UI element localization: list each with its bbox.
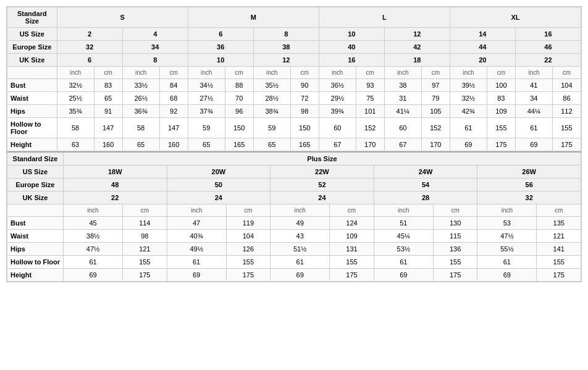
unit-cm-8: cm [552, 67, 581, 79]
waist-24w-cm: 115 [433, 230, 477, 243]
us-size-2: 2 [57, 28, 122, 41]
unit-plus-cm-4: cm [433, 204, 477, 217]
height-l1-inch: 67 [319, 138, 356, 151]
bust-label-standard: Bust [7, 79, 57, 92]
hips-m2-inch: 38¾ [253, 105, 290, 118]
eu-size-52: 52 [271, 179, 374, 191]
eu-size-44: 44 [450, 41, 515, 54]
hips-22w-cm: 131 [330, 243, 374, 256]
hollow-22w-inch: 61 [271, 256, 330, 269]
uk-size-32p: 32 [477, 191, 581, 204]
height-m1-inch: 65 [188, 138, 225, 151]
bust-xl2-inch: 41 [515, 79, 552, 92]
hollow-22w-cm: 155 [330, 256, 374, 269]
waist-26w-cm: 121 [537, 230, 581, 243]
waist-m2-inch: 28½ [253, 92, 290, 105]
bust-22w-cm: 124 [330, 217, 374, 230]
hips-l2-inch: 41¼ [384, 105, 421, 118]
unit-inch-3: inch [188, 67, 225, 79]
height-s1-inch: 63 [57, 138, 94, 151]
height-xl1-cm: 175 [487, 138, 515, 151]
hollow-l2-inch: 60 [384, 118, 421, 138]
bust-row-standard: Bust 32½ 83 33½ 84 34½ 88 35½ 90 36½ 93 … [7, 79, 581, 92]
bust-18w-cm: 114 [123, 217, 167, 230]
hips-xl2-cm: 112 [552, 105, 581, 118]
bust-l2-inch: 38 [384, 79, 421, 92]
uk-size-20: 20 [450, 54, 515, 67]
uk-size-row: UK Size 6 8 10 12 16 18 20 22 [7, 54, 581, 67]
hollow-l1-cm: 152 [356, 118, 384, 138]
eu-size-54: 54 [374, 179, 477, 191]
size-s-header: S [57, 7, 188, 28]
standard-size-header-row: StandardSize S M L XL [7, 7, 581, 28]
height-s2-cm: 160 [159, 138, 188, 151]
unit-inch-4: inch [253, 67, 290, 79]
bust-26w-cm: 135 [537, 217, 581, 230]
waist-row-plus: Waist 38½ 98 40¾ 104 43 109 45¼ 115 47½ … [7, 230, 581, 243]
hollow-m2-inch: 59 [253, 118, 290, 138]
bust-l1-inch: 36½ [319, 79, 356, 92]
height-22w-cm: 175 [330, 269, 374, 282]
size-l-header: L [319, 7, 450, 28]
europe-size-label-plus: Europe Size [7, 179, 64, 191]
hips-18w-inch: 47½ [63, 243, 122, 256]
hips-xl1-cm: 109 [487, 105, 515, 118]
hips-20w-cm: 126 [226, 243, 270, 256]
waist-m1-cm: 70 [225, 92, 253, 105]
unit-inch-5: inch [319, 67, 356, 79]
waist-m2-cm: 72 [290, 92, 319, 105]
bust-m1-inch: 34½ [188, 79, 225, 92]
eu-size-50: 50 [167, 179, 271, 191]
standard-size-label: StandardSize [7, 7, 57, 28]
bust-s1-cm: 83 [94, 79, 122, 92]
hollow-26w-inch: 61 [477, 256, 537, 269]
standard-size-label-2: Standard Size [7, 152, 64, 166]
us-size-12: 12 [384, 28, 450, 41]
eu-size-38: 38 [253, 41, 319, 54]
hollow-xl1-cm: 155 [487, 118, 515, 138]
height-label-plus: Height [7, 269, 64, 282]
hollow-xl2-cm: 155 [552, 118, 581, 138]
bust-24w-inch: 51 [374, 217, 433, 230]
hips-m2-cm: 98 [290, 105, 319, 118]
hips-24w-cm: 136 [433, 243, 477, 256]
eu-size-36: 36 [188, 41, 253, 54]
unit-plus-cm-5: cm [537, 204, 581, 217]
size-m-header: M [188, 7, 319, 28]
bust-m1-cm: 88 [225, 79, 253, 92]
uk-size-10: 10 [188, 54, 253, 67]
hips-xl2-inch: 44¼ [515, 105, 552, 118]
hollow-l2-cm: 152 [421, 118, 450, 138]
uk-size-label-plus: UK Size [7, 191, 64, 204]
us-size-6: 6 [188, 28, 253, 41]
us-size-10: 10 [319, 28, 384, 41]
hollow-row-standard: Hollow toFloor 58 147 58 147 59 150 59 1… [7, 118, 581, 138]
waist-22w-cm: 109 [330, 230, 374, 243]
height-l1-cm: 170 [356, 138, 384, 151]
unit-cm-2: cm [159, 67, 188, 79]
bust-m2-inch: 35½ [253, 79, 290, 92]
hips-label-plus: Hips [7, 243, 64, 256]
hips-20w-inch: 49½ [167, 243, 226, 256]
us-size-row: US Size 2 4 6 8 10 12 14 16 [7, 28, 581, 41]
us-size-26w: 26W [477, 166, 581, 179]
us-size-4: 4 [122, 28, 188, 41]
us-size-8: 8 [253, 28, 319, 41]
hollow-s2-cm: 147 [159, 118, 188, 138]
hips-18w-cm: 121 [123, 243, 167, 256]
hollow-row-plus: Hollow to Floor 61 155 61 155 61 155 61 … [7, 256, 581, 269]
hips-label-standard: Hips [7, 105, 57, 118]
bust-row-plus: Bust 45 114 47 119 49 124 51 130 53 135 [7, 217, 581, 230]
bust-s1-inch: 32½ [57, 79, 94, 92]
waist-label-plus: Waist [7, 230, 64, 243]
unit-cm-3: cm [225, 67, 253, 79]
us-size-24w: 24W [374, 166, 477, 179]
eu-size-42: 42 [384, 41, 450, 54]
waist-s2-cm: 68 [159, 92, 188, 105]
unit-cm-6: cm [421, 67, 450, 79]
uk-size-28p: 28 [374, 191, 477, 204]
hips-26w-cm: 141 [537, 243, 581, 256]
hips-xl1-inch: 42¾ [450, 105, 487, 118]
waist-xl1-cm: 83 [487, 92, 515, 105]
waist-20w-cm: 104 [226, 230, 270, 243]
